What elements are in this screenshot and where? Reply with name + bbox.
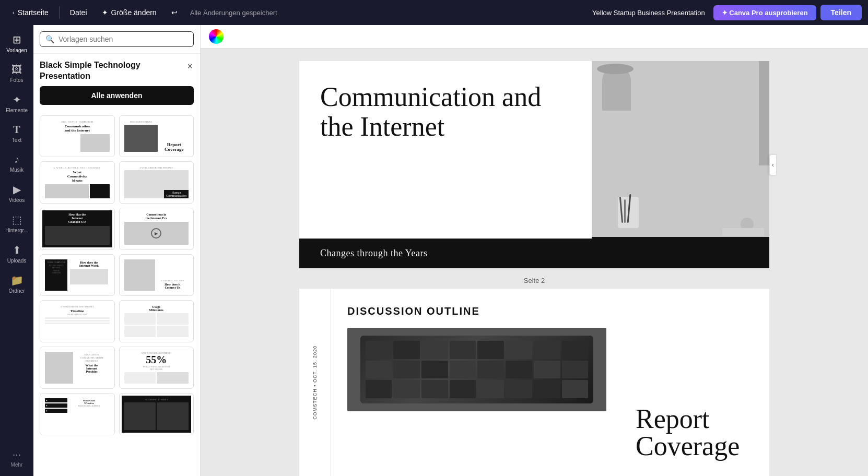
template-thumb-2[interactable]: DISCUSSION OUTLINE ReportCoverage <box>119 115 194 158</box>
undo-icon: ↩ <box>171 8 178 17</box>
search-input[interactable] <box>58 35 188 43</box>
collapse-panel-button[interactable]: ‹ <box>769 154 777 175</box>
slide-container: Communication and the Internet <box>201 49 868 476</box>
template-thumb-6[interactable]: Connections inthe Internet Era ▶ <box>119 208 194 250</box>
slide-1-right <box>592 61 769 239</box>
slide-black-bar-right <box>592 237 769 268</box>
slide-main-title: Communication and the Internet <box>320 82 571 141</box>
template-thumb-9[interactable]: A WORLD BEFORE THE INTERNET Timeline FRO… <box>40 300 115 342</box>
nav-divider <box>59 6 60 19</box>
undo-button[interactable]: ↩ <box>165 5 184 20</box>
sidebar-item-vorlagen[interactable]: ⊞ Vorlagen <box>2 29 31 57</box>
elements-icon: ✦ <box>13 93 21 106</box>
color-picker-button[interactable] <box>209 29 224 44</box>
resize-button[interactable]: ✦ Größe ändern <box>96 5 163 20</box>
templates-grid: 2021 · OCT 15 · COMSTECH Communicationan… <box>33 111 200 476</box>
search-input-wrap[interactable]: 🔍 <box>40 31 194 47</box>
home-button[interactable]: ‹ Startseite <box>6 5 55 20</box>
folder-icon: 📁 <box>10 274 24 287</box>
share-button[interactable]: Teilen <box>820 5 862 20</box>
more-icon: ··· <box>13 448 21 460</box>
report-coverage-text: ReportCoverage <box>636 404 740 461</box>
apply-all-button[interactable]: Alle anwenden <box>40 86 194 105</box>
search-icon: 🔍 <box>45 35 54 43</box>
template-thumb-3[interactable]: A WORLD BEFORE THE INTERNET WhatConnecti… <box>40 161 115 204</box>
chevron-left-icon: ‹ <box>13 9 15 16</box>
sidebar-item-mehr[interactable]: ··· Mehr <box>2 444 31 472</box>
sidebar-item-fotos[interactable]: 🖼 Fotos <box>2 59 31 87</box>
sidebar-item-label-mehr: Mehr <box>11 462 23 468</box>
template-thumb-4[interactable]: A WORLD BEFORE THE INTERNET HumanCommuni… <box>119 161 194 204</box>
search-section: 🔍 <box>33 25 200 54</box>
main-layout: ⊞ Vorlagen 🖼 Fotos ✦ Elemente T Text ♪ M… <box>0 25 868 476</box>
resize-icon: ✦ <box>102 8 108 17</box>
home-label: Startseite <box>18 8 49 17</box>
template-thumb-10[interactable]: UsageMilestones <box>119 300 194 342</box>
slide-bottom-bar: Changes through the Years <box>299 239 769 268</box>
templates-panel: 🔍 Black Simple Technology Presentation ×… <box>33 25 201 476</box>
resize-label: Größe ändern <box>111 8 157 17</box>
slide-1-wrapper: Communication and the Internet <box>299 61 769 268</box>
presentation-title: Yellow Startup Business Presentation <box>592 9 705 17</box>
uploads-icon: ⬆ <box>13 244 21 256</box>
templates-grid-inner: 2021 · OCT 15 · COMSTECH Communicationan… <box>40 115 194 435</box>
page-2-label: Seite 2 <box>524 277 545 284</box>
slide-2-sidebar: Comstech • Oct. 15, 2020 <box>299 289 331 476</box>
nav-left: ‹ Startseite Datei ✦ Größe ändern ↩ Alle… <box>6 5 592 20</box>
photos-icon: 🖼 <box>11 64 22 76</box>
nav-right: Yellow Startup Business Presentation ✦ C… <box>592 5 862 20</box>
slide-1-left: Communication and the Internet <box>299 61 592 239</box>
canva-pro-label: ✦ Canva Pro ausprobieren <box>722 9 808 17</box>
slide-2: Comstech • Oct. 15, 2020 DISCUSSION OUTL… <box>299 289 769 476</box>
template-thumb-1[interactable]: 2021 · OCT 15 · COMSTECH Communicationan… <box>40 115 115 158</box>
template-title: Black Simple Technology Presentation <box>40 60 186 82</box>
sidebar-item-uploads[interactable]: ⬆ Uploads <box>2 240 31 268</box>
share-label: Teilen <box>831 8 851 17</box>
slide-2-title: DISCUSSION OUTLINE <box>347 305 606 317</box>
templates-icon: ⊞ <box>13 33 21 46</box>
report-coverage-title: ReportCoverage <box>636 406 757 460</box>
sidebar-item-label-musik: Musik <box>10 167 24 173</box>
slide-1: Communication and the Internet <box>299 61 769 239</box>
top-navigation: ‹ Startseite Datei ✦ Größe ändern ↩ Alle… <box>0 0 868 25</box>
sidebar-item-label-fotos: Fotos <box>10 77 23 83</box>
save-status: Alle Änderungen gespeichert <box>190 9 277 17</box>
sidebar-icons: ⊞ Vorlagen 🖼 Fotos ✦ Elemente T Text ♪ M… <box>0 25 33 476</box>
slide-2-keyboard-image <box>347 328 606 411</box>
canva-pro-button[interactable]: ✦ Canva Pro ausprobieren <box>713 5 816 20</box>
sidebar-item-label-videos: Videos <box>9 197 25 203</box>
sidebar-item-text[interactable]: T Text <box>2 120 31 147</box>
sidebar-item-hintergr[interactable]: ⬚ Hintergr... <box>2 209 31 237</box>
background-icon: ⬚ <box>12 213 22 226</box>
slide-sidebar-text: Comstech • Oct. 15, 2020 <box>312 346 318 420</box>
videos-icon: ▶ <box>13 183 21 196</box>
file-label: Datei <box>70 8 87 17</box>
sidebar-item-videos[interactable]: ▶ Videos <box>2 179 31 207</box>
template-header: Black Simple Technology Presentation × <box>33 54 200 86</box>
sidebar-item-label-hintergr: Hintergr... <box>5 228 28 233</box>
sidebar-item-musik[interactable]: ♪ Musik <box>2 149 31 177</box>
template-thumb-14[interactable]: ACCORDING TO MEDIA <box>119 393 194 435</box>
template-thumb-11[interactable]: EDUCATION COMMUNICATION BUSINESS What th… <box>40 347 115 389</box>
template-thumb-12[interactable]: APPS, NETWORKS & INTERNET 55% WORLD POPU… <box>119 347 194 389</box>
canvas-area: Communication and the Internet <box>201 25 868 476</box>
sidebar-item-elemente[interactable]: ✦ Elemente <box>2 89 31 117</box>
template-thumb-8[interactable]: 3 GLOBAL VALUES How does itConnect Us <box>119 254 194 296</box>
sidebar-item-label-uploads: Uploads <box>7 258 27 264</box>
close-button[interactable]: × <box>186 60 194 73</box>
canvas-toolbar <box>201 25 868 49</box>
music-icon: ♪ <box>14 153 19 165</box>
collapse-icon: ‹ <box>772 161 774 169</box>
slide-2-right: ReportCoverage <box>623 289 769 476</box>
sidebar-item-label-vorlagen: Vorlagen <box>6 47 27 53</box>
sidebar-item-label-ordner: Ordner <box>8 288 25 294</box>
sidebar-item-label-text: Text <box>12 137 21 143</box>
sidebar-item-ordner[interactable]: 📁 Ordner <box>2 270 31 298</box>
template-thumb-13[interactable]: ◉ ◉ ◉ Most UsedWebsites BASED ON ALEXA R… <box>40 393 115 435</box>
text-icon: T <box>13 124 20 136</box>
template-thumb-5[interactable]: How Has theInternetChanged Us? <box>40 208 115 250</box>
slide-2-main: DISCUSSION OUTLINE <box>331 289 623 476</box>
template-thumb-7[interactable]: YOUR COMPUTER INTERNET SERVICEPROVIDER W… <box>40 254 115 296</box>
file-button[interactable]: Datei <box>64 5 93 20</box>
sidebar-item-label-elemente: Elemente <box>6 108 28 113</box>
